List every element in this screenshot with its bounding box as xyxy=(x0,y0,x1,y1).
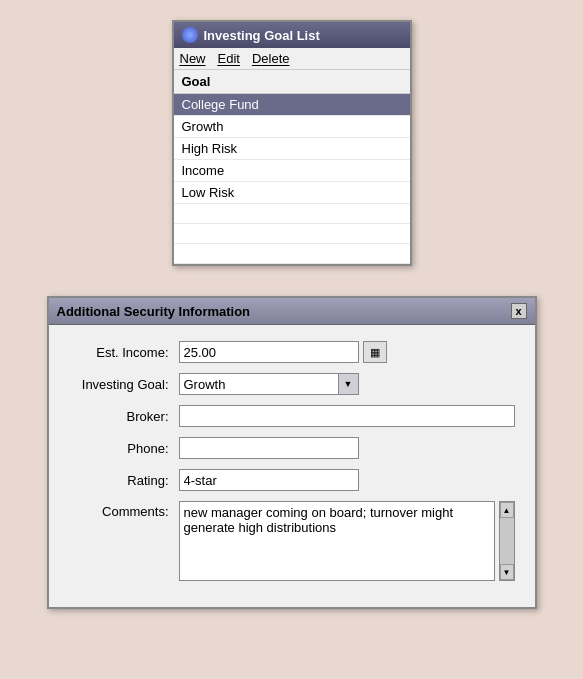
phone-wrapper xyxy=(179,437,515,459)
comments-label: Comments: xyxy=(69,501,179,519)
broker-label: Broker: xyxy=(69,409,179,424)
goal-list-title: Investing Goal List xyxy=(204,28,320,43)
est-income-input[interactable] xyxy=(179,341,359,363)
scroll-down-icon: ▼ xyxy=(503,568,511,577)
goal-list-items: College Fund Growth High Risk Income Low… xyxy=(174,94,410,264)
est-income-wrapper: ▦ xyxy=(179,341,515,363)
calc-button[interactable]: ▦ xyxy=(363,341,387,363)
scroll-up-icon: ▲ xyxy=(503,506,511,515)
goal-list-column-header: Goal xyxy=(174,70,410,94)
scroll-track xyxy=(500,518,514,564)
comments-scrollbar[interactable]: ▲ ▼ xyxy=(499,501,515,581)
phone-label: Phone: xyxy=(69,441,179,456)
broker-wrapper xyxy=(179,405,515,427)
menu-edit[interactable]: Edit xyxy=(218,51,240,66)
security-title: Additional Security Information xyxy=(57,304,251,319)
rating-wrapper xyxy=(179,469,515,491)
empty-row xyxy=(174,244,410,264)
security-info-window: Additional Security Information x Est. I… xyxy=(47,296,537,609)
security-titlebar: Additional Security Information x xyxy=(49,298,535,325)
menu-new[interactable]: New xyxy=(180,51,206,66)
empty-row xyxy=(174,224,410,244)
list-item[interactable]: College Fund xyxy=(174,94,410,116)
list-item[interactable]: High Risk xyxy=(174,138,410,160)
comments-area: new manager coming on board; turnover mi… xyxy=(179,501,515,581)
rating-row: Rating: xyxy=(69,469,515,491)
comments-row: Comments: new manager coming on board; t… xyxy=(69,501,515,581)
rating-input[interactable] xyxy=(179,469,359,491)
empty-row xyxy=(174,204,410,224)
goal-list-titlebar: Investing Goal List xyxy=(174,22,410,48)
app-icon xyxy=(182,27,198,43)
investing-goal-wrapper: Growth ▼ xyxy=(179,373,515,395)
est-income-label: Est. Income: xyxy=(69,345,179,360)
investing-goal-label: Investing Goal: xyxy=(69,377,179,392)
investing-goal-row: Investing Goal: Growth ▼ xyxy=(69,373,515,395)
list-item[interactable]: Low Risk xyxy=(174,182,410,204)
dropdown-arrow-icon[interactable]: ▼ xyxy=(338,374,358,394)
list-item[interactable]: Income xyxy=(174,160,410,182)
investing-goal-value: Growth xyxy=(180,375,338,394)
calc-icon: ▦ xyxy=(370,346,380,359)
phone-input[interactable] xyxy=(179,437,359,459)
est-income-row: Est. Income: ▦ xyxy=(69,341,515,363)
scroll-up-button[interactable]: ▲ xyxy=(500,502,514,518)
goal-list-menubar: New Edit Delete xyxy=(174,48,410,70)
investing-goal-dropdown[interactable]: Growth ▼ xyxy=(179,373,359,395)
comments-wrapper: new manager coming on board; turnover mi… xyxy=(179,501,515,581)
scroll-down-button[interactable]: ▼ xyxy=(500,564,514,580)
broker-row: Broker: xyxy=(69,405,515,427)
security-form: Est. Income: ▦ Investing Goal: Growth ▼ xyxy=(49,325,535,607)
rating-label: Rating: xyxy=(69,473,179,488)
close-button[interactable]: x xyxy=(511,303,527,319)
goal-list-window: Investing Goal List New Edit Delete Goal… xyxy=(172,20,412,266)
phone-row: Phone: xyxy=(69,437,515,459)
list-item[interactable]: Growth xyxy=(174,116,410,138)
menu-delete[interactable]: Delete xyxy=(252,51,290,66)
broker-input[interactable] xyxy=(179,405,515,427)
comments-textarea[interactable]: new manager coming on board; turnover mi… xyxy=(179,501,495,581)
